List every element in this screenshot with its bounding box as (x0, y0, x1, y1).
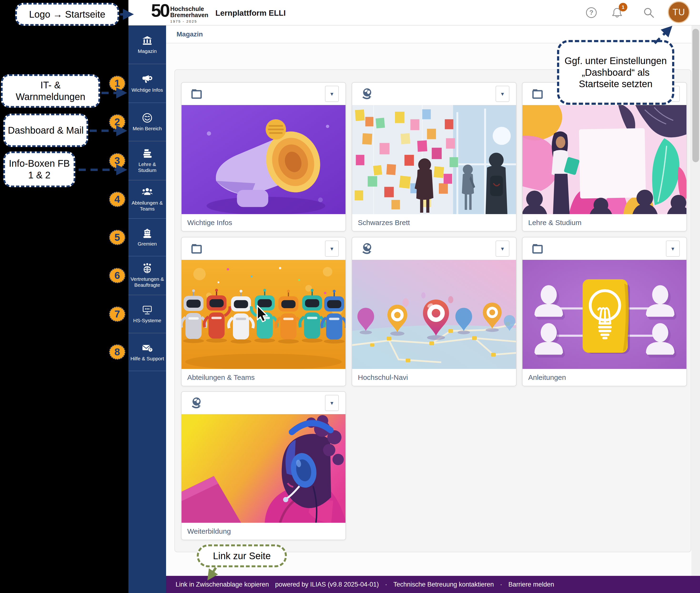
card-image-robots[interactable] (182, 260, 345, 369)
annotation-number-7: 7 (109, 307, 125, 322)
folder-icon (190, 87, 203, 100)
mail-question-icon: ? (142, 343, 153, 353)
sidebar-item-gremien[interactable]: Gremien (128, 219, 166, 256)
card-schwarzes-brett: ▼ (352, 82, 517, 232)
card-hochschul-navi: ▼ (352, 237, 517, 386)
card-actions-dropdown[interactable]: ▼ (495, 241, 509, 257)
weblink-icon (190, 397, 203, 409)
folder-icon (531, 87, 544, 100)
logo-line2: Bremerhaven (170, 12, 209, 18)
folder-icon (190, 242, 203, 255)
books-icon (142, 148, 153, 159)
card-image-megaphone[interactable] (182, 105, 345, 214)
footer-bar: Link in Zwischenablage kopieren powered … (166, 576, 700, 593)
svg-text:?: ? (149, 348, 151, 352)
footer-barrier-link[interactable]: Barriere melden (509, 581, 554, 588)
bank-icon (142, 35, 153, 46)
card-image-presentation[interactable] (522, 105, 687, 214)
avatar[interactable]: TU (668, 1, 690, 23)
search-icon[interactable] (643, 7, 655, 18)
smiley-icon (142, 112, 153, 123)
card-title-link[interactable]: Hochschul-Navi (358, 373, 408, 382)
annotation-number-1: 1 (109, 76, 125, 91)
megaphone-icon (142, 74, 153, 85)
sidebar-item-mein-bereich[interactable]: Mein Bereich (128, 103, 166, 141)
annotation-number-4: 4 (109, 192, 125, 207)
footer-separator: · (500, 581, 502, 588)
sidebar-item-wichtige-infos[interactable]: Wichtige Infos (128, 64, 166, 103)
chevron-down-icon: ▼ (330, 91, 334, 96)
footer-support-link[interactable]: Technische Betreuung kontaktieren (393, 581, 494, 588)
callout-dashboard-startseite: Ggf. unter Einstellungen „Dashboard“ als… (557, 40, 674, 105)
university-logo[interactable]: 50 Hochschule Bremerhaven 1975 - 2025 (151, 2, 208, 23)
page-title: Lernplattform ELLI (215, 9, 286, 17)
folder-icon (531, 242, 544, 255)
notification-badge: 1 (619, 3, 627, 11)
sidebar-item-hs-systeme[interactable]: HS-Systeme (128, 295, 166, 333)
sidebar-item-abteilungen-teams[interactable]: Abteilungen & Teams (128, 180, 166, 219)
chevron-down-icon: ▼ (500, 91, 505, 96)
card-actions-dropdown[interactable]: ▼ (325, 395, 339, 411)
card-wichtige-infos: ▼ Wichtige Infos (181, 82, 346, 232)
sidebar-item-lehre-studium[interactable]: Lehre & Studium (128, 141, 166, 180)
card-image-headset[interactable] (182, 414, 345, 523)
committee-icon (142, 228, 153, 239)
footer-copy-link[interactable]: Link in Zwischenablage kopieren (176, 581, 269, 588)
chevron-down-icon: ▼ (670, 246, 675, 251)
card-title-link[interactable]: Schwarzes Brett (358, 219, 410, 227)
chevron-down-icon: ▼ (330, 401, 334, 405)
scrollbar-thumb[interactable] (692, 29, 699, 162)
weblink-icon (361, 242, 374, 255)
card-title-link[interactable]: Wichtige Infos (187, 219, 232, 227)
logo-years: 1975 - 2025 (170, 19, 209, 23)
logo-50-mark: 50 (151, 2, 169, 19)
footer-separator: · (385, 581, 387, 588)
scrollbar[interactable] (692, 26, 700, 576)
card-image-sticky-notes[interactable] (352, 105, 516, 214)
callout-logo-startseite: Logo → Startseite (15, 3, 119, 26)
card-image-map-pins[interactable] (352, 260, 516, 369)
screenshot-root: { "header": { "logo": {"big": "50", "lin… (0, 0, 700, 593)
sidebar-item-magazin[interactable]: Magazin (128, 26, 166, 64)
annotation-number-8: 8 (109, 344, 125, 360)
annotation-number-5: 5 (109, 230, 125, 245)
breadcrumb[interactable]: Magazin (177, 31, 203, 38)
callout-dashboard-mail: Dashboard & Mail (3, 114, 88, 147)
chevron-down-icon: ▼ (500, 246, 505, 251)
weblink-icon (361, 87, 374, 100)
logo-line1: Hochschule (170, 6, 209, 12)
callout-it-warnmeldungen: IT- & Warnmeldungen (1, 74, 100, 108)
card-title-link[interactable]: Lehre & Studium (528, 219, 581, 227)
main-sidebar: Magazin Wichtige Infos Mein Bereich Lehr… (128, 26, 166, 593)
card-actions-dropdown[interactable]: ▼ (325, 86, 339, 102)
card-title-link[interactable]: Anleitungen (528, 373, 566, 382)
sidebar-item-hilfe-support[interactable]: ? Hilfe & Support (128, 333, 166, 371)
footer-powered-by: powered by ILIAS (v9.8 2025-04-01) (275, 581, 379, 588)
annotation-number-2: 2 (109, 114, 125, 129)
callout-link-zur-seite: Link zur Seite (197, 544, 287, 567)
annotation-number-3: 3 (109, 153, 125, 168)
sidebar-item-vertretungen[interactable]: Vertretungen & Beauftragte (128, 256, 166, 295)
annotation-number-6: 6 (109, 268, 125, 283)
card-actions-dropdown[interactable]: ▼ (325, 241, 339, 257)
svg-text:?: ? (589, 9, 593, 16)
monitor-icon (142, 304, 153, 315)
card-title-link[interactable]: Weiterbildung (187, 527, 231, 536)
card-image-lightbulb[interactable] (522, 260, 687, 369)
globe-people-icon (142, 263, 153, 274)
card-abteilungen-teams: ▼ Abteilungen & Teams (181, 237, 346, 386)
people-group-icon (142, 187, 153, 198)
callout-infoboxen: Info-Boxen FB 1 & 2 (3, 152, 75, 187)
app-header: 50 Hochschule Bremerhaven 1975 - 2025 Le… (128, 0, 700, 26)
chevron-down-icon: ▼ (330, 246, 334, 251)
card-anleitungen: ▼ Anleitungen (522, 237, 687, 386)
card-title-link[interactable]: Abteilungen & Teams (187, 373, 255, 382)
card-weiterbildung: ▼ Weiterbildung (181, 391, 346, 540)
card-actions-dropdown[interactable]: ▼ (666, 241, 680, 257)
card-actions-dropdown[interactable]: ▼ (495, 86, 509, 102)
notifications-bell-icon[interactable]: 1 (611, 7, 623, 18)
help-icon[interactable]: ? (585, 7, 597, 18)
